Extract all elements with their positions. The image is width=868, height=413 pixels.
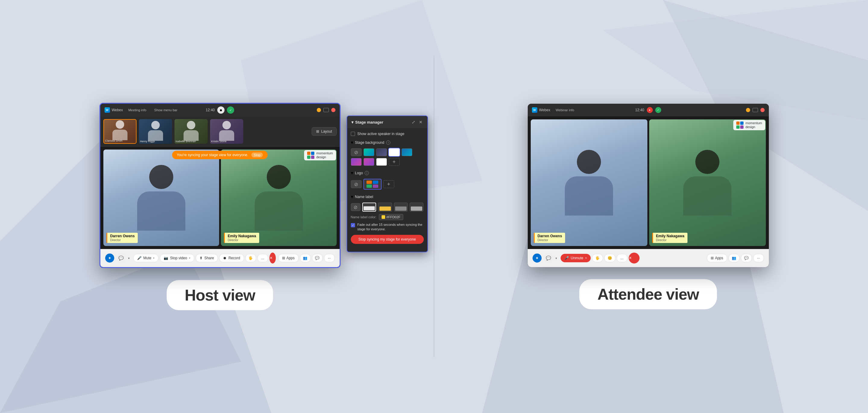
- attendee-minimize-btn[interactable]: [746, 108, 750, 112]
- attendee-stage-role-1: Director: [538, 238, 548, 242]
- color-dot: [381, 215, 385, 219]
- stop-sync-button[interactable]: Stop syncing my stage for everyone: [351, 235, 424, 244]
- minimize-btn[interactable]: [317, 108, 321, 112]
- panel-chevron: ▾: [351, 120, 353, 124]
- logo-selected-swatch[interactable]: [364, 179, 381, 189]
- color-pill[interactable]: #FFD02F: [379, 214, 403, 220]
- logo-none-swatch[interactable]: ⊘: [351, 180, 362, 188]
- chat-toolbar-button[interactable]: 💬: [312, 254, 323, 262]
- attendee-smiley-button[interactable]: 😊: [604, 254, 615, 262]
- emoji-icon: 🖐: [248, 256, 253, 260]
- attendee-emoji-icon: 🖐: [595, 256, 600, 260]
- attendee-webex-logo-icon: W: [532, 107, 537, 113]
- attendee-participants-icon: 👥: [732, 256, 736, 260]
- record-button[interactable]: ⏺ Record: [219, 254, 244, 262]
- svg-rect-7: [311, 152, 314, 155]
- swatch-blue[interactable]: [401, 148, 412, 156]
- host-app-window: W Webex Meeting info Show menu bar 12:40…: [99, 103, 341, 268]
- svg-rect-12: [367, 184, 372, 188]
- fade-label: Fade out after 15 seconds when syncing t…: [358, 223, 424, 232]
- attendee-name-label-1: Darren Owens Director: [534, 233, 565, 243]
- share-button[interactable]: ⬆ Share: [195, 254, 218, 262]
- logo-add-btn[interactable]: +: [383, 180, 394, 188]
- attendee-end-call-button[interactable]: ×: [629, 253, 640, 263]
- participant-thumb-3[interactable]: Isabelle Brennan: [175, 119, 208, 144]
- attendee-more-options-button[interactable]: ···: [753, 254, 764, 262]
- participant-name-4: Kristin Stone: [211, 140, 227, 143]
- swatch-white2[interactable]: [376, 158, 387, 166]
- panel-expand-btn[interactable]: ⤢: [411, 119, 416, 125]
- attendee-chat-btn[interactable]: 💬: [544, 254, 553, 263]
- attendee-emoji-button[interactable]: 🖐: [592, 254, 603, 262]
- attendee-participants-button[interactable]: 👥: [728, 254, 740, 262]
- name-label-header[interactable]: ▾ Name label: [351, 194, 424, 200]
- sync-stop-button[interactable]: Stop: [251, 152, 263, 157]
- logo-header[interactable]: ▾ Logo i: [351, 170, 424, 176]
- participant-thumb-1[interactable]: Clarissa Smith: [103, 119, 136, 144]
- nl-none-swatch[interactable]: ⊘: [351, 203, 361, 211]
- panel-close-btn[interactable]: ✕: [418, 119, 423, 125]
- swatch-purple[interactable]: [351, 158, 362, 166]
- show-menu-btn[interactable]: Show menu bar: [152, 107, 180, 113]
- logo-info-icon[interactable]: i: [365, 171, 369, 175]
- participant-thumb-2[interactable]: Henry Riggs: [139, 119, 172, 144]
- participant-thumb-4[interactable]: Kristin Stone: [210, 119, 243, 144]
- nl-style-2[interactable]: [378, 203, 392, 212]
- video-icon: 📷: [164, 256, 168, 260]
- svg-rect-9: [311, 155, 314, 159]
- attendee-more-button[interactable]: ...: [617, 254, 627, 262]
- maximize-btn[interactable]: [323, 108, 329, 112]
- participant-stage-name-2: Emily Nakagawa: [228, 234, 256, 238]
- svg-rect-13: [373, 184, 378, 188]
- attendee-window-logo: W Webex: [532, 107, 550, 113]
- participant-strip: Clarissa Smith Henry Riggs: [100, 116, 340, 147]
- stop-video-button[interactable]: 📷 Stop video ▾: [160, 254, 194, 262]
- panel-body: Show active speaker in stage ▾ Stage bac…: [347, 128, 427, 252]
- stage-bg-info-icon[interactable]: i: [386, 141, 390, 145]
- more-button[interactable]: ...: [257, 254, 268, 262]
- share-icon: ⬆: [199, 256, 203, 260]
- panel-title: ▾ Stage manager: [351, 120, 383, 124]
- swatch-add-btn[interactable]: +: [389, 158, 400, 166]
- attendee-name-label-2: Emily Nakagawa Director: [652, 233, 687, 243]
- fade-checkbox[interactable]: ✓: [351, 223, 355, 227]
- end-call-button[interactable]: ×: [270, 253, 276, 263]
- more-options-button[interactable]: ···: [324, 254, 335, 262]
- svg-rect-17: [740, 125, 744, 129]
- unmute-button[interactable]: 🎤 Unmute ▾: [561, 254, 591, 262]
- momentum-logo: momentum design: [304, 150, 336, 160]
- attendee-apps-button[interactable]: ⊞ Apps: [707, 254, 727, 262]
- participant-stage-role-1: Director: [110, 238, 121, 242]
- attendee-stage-name-1: Darren Owens: [538, 234, 562, 238]
- nl-style-3[interactable]: [394, 203, 408, 212]
- attendee-ai-btn[interactable]: ✦: [532, 254, 541, 263]
- color-value: #FFD02F: [386, 215, 400, 219]
- swatch-dark[interactable]: [376, 148, 387, 156]
- swatch-teal[interactable]: [364, 148, 374, 156]
- host-window-wrapper: W Webex Meeting info Show menu bar 12:40…: [99, 103, 341, 268]
- swatch-none[interactable]: ⊘: [351, 148, 362, 156]
- apps-button[interactable]: ⊞ Apps: [278, 254, 299, 262]
- attendee-close-window-btn[interactable]: [761, 108, 765, 112]
- mute-button[interactable]: 🎤 Mute ▾: [133, 254, 159, 262]
- ai-btn[interactable]: ✦: [105, 254, 114, 263]
- meeting-info-btn[interactable]: Meeting info: [126, 107, 149, 113]
- name-label-2: Emily Nakagawa Director: [224, 233, 259, 243]
- webinar-info-btn[interactable]: Webinar info: [553, 107, 577, 113]
- close-window-btn[interactable]: [331, 108, 336, 112]
- participants-button[interactable]: 👥: [300, 254, 311, 262]
- attendee-more-dots-icon: ···: [757, 256, 760, 260]
- nl-style-4[interactable]: [410, 203, 424, 212]
- swatch-white[interactable]: [389, 148, 400, 156]
- swatch-pink[interactable]: [364, 158, 374, 166]
- attendee-maximize-btn[interactable]: [752, 108, 758, 112]
- emoji-button[interactable]: 🖐: [245, 254, 256, 262]
- stage-bg-header[interactable]: ▾ Stage background i: [351, 140, 424, 145]
- chat-btn[interactable]: 💬: [117, 254, 126, 263]
- attendee-chat-toolbar-button[interactable]: 💬: [741, 254, 752, 262]
- layout-button[interactable]: ⊞ Layout: [312, 127, 336, 136]
- svg-rect-16: [736, 125, 740, 129]
- show-active-speaker-checkbox[interactable]: [351, 132, 355, 136]
- nl-style-1[interactable]: [362, 203, 376, 212]
- host-view-section: W Webex Meeting info Show menu bar 12:40…: [24, 103, 415, 310]
